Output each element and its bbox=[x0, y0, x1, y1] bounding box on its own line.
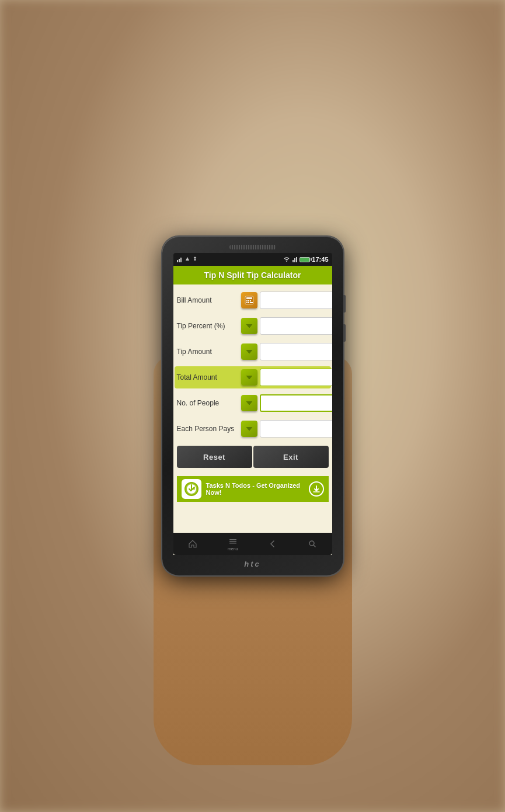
exit-button[interactable]: Exit bbox=[253, 446, 329, 468]
status-icons-right: 17:45 bbox=[283, 256, 328, 263]
total-amount-row: Total Amount bbox=[175, 366, 331, 388]
tip-amount-input[interactable] bbox=[260, 343, 332, 360]
people-count-label: No. of People bbox=[177, 399, 241, 407]
tip-percent-controls bbox=[241, 317, 332, 335]
usb-icon bbox=[192, 256, 198, 262]
each-person-pays-input[interactable] bbox=[260, 420, 332, 438]
people-count-row: No. of People bbox=[177, 392, 329, 414]
svg-rect-9 bbox=[246, 300, 248, 301]
people-count-decrease[interactable] bbox=[241, 395, 257, 411]
tip-amount-label: Tip Amount bbox=[177, 348, 241, 356]
battery-icon bbox=[299, 257, 310, 262]
bill-amount-row: Bill Amount bbox=[177, 289, 329, 311]
status-bar: ! bbox=[173, 253, 332, 266]
sim-icon bbox=[292, 256, 298, 262]
nav-back[interactable] bbox=[268, 539, 277, 549]
total-amount-label: Total Amount bbox=[177, 373, 241, 381]
htc-brand: htc bbox=[244, 560, 261, 568]
tasks-icon bbox=[184, 481, 199, 497]
bill-amount-input[interactable] bbox=[260, 292, 332, 309]
tip-percent-input[interactable] bbox=[260, 317, 332, 335]
notification-icon: ! bbox=[184, 256, 190, 262]
nav-menu[interactable]: menu bbox=[228, 537, 238, 551]
reset-button[interactable]: Reset bbox=[177, 446, 252, 468]
wifi-icon bbox=[283, 256, 290, 262]
ad-text: Tasks N Todos - Get Organized Now! bbox=[206, 482, 304, 496]
tip-percent-decrease[interactable] bbox=[241, 318, 257, 334]
speaker-grill bbox=[229, 245, 276, 249]
each-person-pays-controls bbox=[241, 420, 332, 438]
side-button-top[interactable] bbox=[343, 295, 346, 313]
total-amount-decrease[interactable] bbox=[241, 369, 257, 386]
home-icon bbox=[188, 539, 197, 549]
svg-rect-10 bbox=[248, 300, 249, 301]
app-title-bar: Tip N Split Tip Calculator bbox=[173, 266, 332, 284]
search-icon bbox=[308, 539, 317, 549]
svg-rect-13 bbox=[248, 302, 249, 303]
signal-icon bbox=[177, 256, 183, 262]
phone-nav: menu bbox=[173, 533, 332, 555]
nav-search[interactable] bbox=[308, 539, 317, 549]
svg-rect-12 bbox=[246, 302, 248, 303]
svg-rect-18 bbox=[229, 539, 236, 540]
each-person-pays-label: Each Person Pays bbox=[177, 425, 241, 433]
tip-amount-decrease[interactable] bbox=[241, 343, 257, 360]
bill-amount-controls bbox=[241, 292, 332, 309]
tip-amount-row: Tip Amount bbox=[177, 341, 329, 363]
app-screen: Tip N Split Tip Calculator Bill Amount bbox=[173, 266, 332, 555]
ad-banner[interactable]: Tasks N Todos - Get Organized Now! bbox=[177, 476, 329, 502]
tip-amount-controls bbox=[241, 343, 332, 360]
app-content: Bill Amount bbox=[173, 284, 332, 533]
svg-rect-2 bbox=[180, 258, 182, 262]
status-time: 17:45 bbox=[312, 256, 328, 263]
status-icons-left: ! bbox=[177, 256, 198, 262]
action-buttons: Reset Exit bbox=[177, 446, 329, 468]
svg-rect-1 bbox=[179, 259, 180, 262]
people-count-controls bbox=[241, 394, 332, 412]
total-amount-controls bbox=[241, 369, 332, 386]
menu-icon bbox=[228, 537, 238, 546]
svg-rect-11 bbox=[250, 300, 251, 301]
svg-rect-19 bbox=[229, 541, 236, 542]
phone-device: ! bbox=[162, 237, 343, 575]
scene: ! bbox=[0, 0, 505, 812]
ad-app-icon bbox=[182, 479, 201, 499]
svg-rect-20 bbox=[229, 543, 236, 544]
svg-rect-8 bbox=[246, 297, 252, 299]
each-person-pays-row: Each Person Pays bbox=[177, 418, 329, 440]
svg-rect-5 bbox=[294, 258, 295, 262]
app-title: Tip N Split Tip Calculator bbox=[173, 270, 332, 280]
back-icon bbox=[268, 539, 277, 549]
svg-rect-0 bbox=[177, 260, 178, 262]
tip-percent-label: Tip Percent (%) bbox=[177, 322, 241, 330]
svg-rect-14 bbox=[250, 302, 253, 303]
side-button-bottom[interactable] bbox=[343, 324, 346, 342]
ad-download-button[interactable] bbox=[309, 481, 324, 497]
nav-home[interactable] bbox=[188, 539, 197, 549]
svg-rect-4 bbox=[292, 260, 294, 262]
total-amount-input[interactable] bbox=[260, 369, 332, 386]
each-person-pays-decrease[interactable] bbox=[241, 421, 257, 437]
calculator-icon[interactable] bbox=[241, 292, 257, 308]
bill-amount-label: Bill Amount bbox=[177, 296, 241, 304]
people-count-input[interactable] bbox=[260, 394, 332, 412]
tip-percent-row: Tip Percent (%) bbox=[177, 315, 329, 337]
download-icon bbox=[312, 485, 321, 493]
svg-rect-6 bbox=[296, 257, 297, 262]
menu-label: menu bbox=[228, 547, 238, 551]
